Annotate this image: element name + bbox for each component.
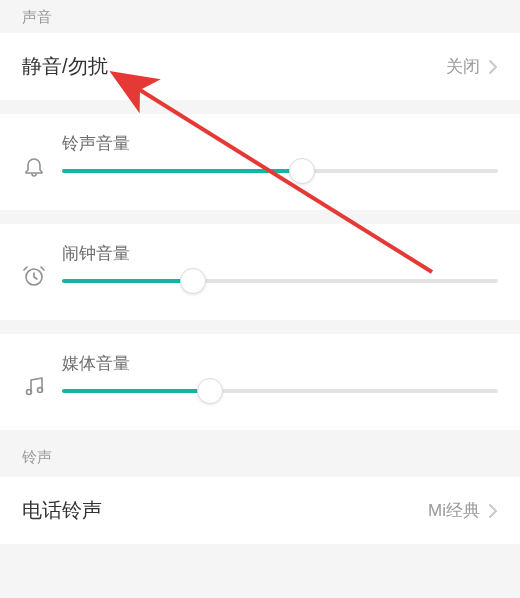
slider-alarm-track[interactable]: [62, 279, 498, 283]
slider-ring-track[interactable]: [62, 169, 498, 173]
slider-media-fill: [62, 389, 210, 393]
slider-alarm-fill: [62, 279, 193, 283]
chevron-right-icon: [488, 59, 498, 75]
slider-ring-fill: [62, 169, 302, 173]
slider-media-track[interactable]: [62, 389, 498, 393]
svg-point-2: [38, 388, 43, 393]
section-header-sound-label: 声音: [22, 8, 52, 25]
slider-ring-thumb[interactable]: [289, 158, 315, 184]
music-note-icon: [14, 374, 54, 398]
section-header-sound: 声音: [0, 0, 520, 33]
slider-alarm-label: 闹钟音量: [62, 242, 498, 265]
slider-ring-label: 铃声音量: [62, 132, 498, 155]
slider-media-volume: 媒体音量: [0, 334, 520, 430]
divider: [0, 210, 520, 224]
slider-alarm-volume: 闹钟音量: [0, 224, 520, 320]
alarm-clock-icon: [14, 264, 54, 288]
section-header-ringtone-label: 铃声: [22, 448, 52, 465]
row-phone-ringtone[interactable]: 电话铃声 Mi经典: [0, 477, 520, 544]
divider: [0, 100, 520, 114]
slider-ring-volume: 铃声音量: [0, 114, 520, 210]
slider-media-thumb[interactable]: [197, 378, 223, 404]
divider: [0, 320, 520, 334]
row-silent-dnd[interactable]: 静音/勿扰 关闭: [0, 33, 520, 100]
chevron-right-icon: [488, 503, 498, 519]
bell-icon: [14, 154, 54, 178]
row-phone-ringtone-value: Mi经典: [428, 499, 480, 522]
slider-media-label: 媒体音量: [62, 352, 498, 375]
svg-point-1: [27, 390, 32, 395]
slider-alarm-thumb[interactable]: [180, 268, 206, 294]
row-silent-dnd-label: 静音/勿扰: [22, 53, 446, 80]
row-silent-dnd-value: 关闭: [446, 55, 480, 78]
row-phone-ringtone-label: 电话铃声: [22, 497, 428, 524]
section-header-ringtone: 铃声: [0, 430, 520, 477]
